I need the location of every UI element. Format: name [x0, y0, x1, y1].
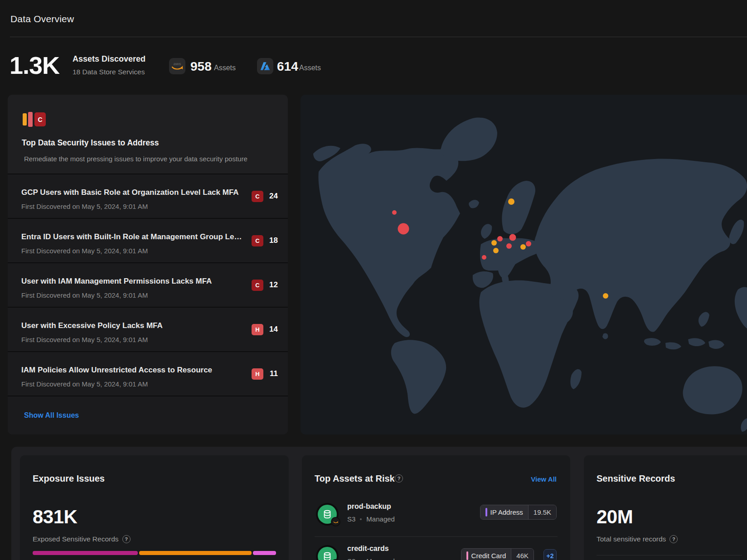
issues-card-footer: Show All Issues	[8, 396, 288, 434]
sensitive-data-tag[interactable]: Credit Card 46K	[461, 548, 534, 560]
exposure-issues-value: 831K	[33, 506, 77, 528]
issues-card-title: Top Data Security Issues to Address	[22, 138, 159, 148]
issue-count: 24	[267, 192, 278, 201]
map-asset-dot[interactable]	[491, 240, 497, 246]
exposure-issues-label: Exposed Sensitive Records	[33, 535, 119, 543]
records-divider	[597, 555, 742, 555]
exposure-breakdown-bar	[33, 551, 276, 555]
issue-title: User with Excessive Policy Lacks MFA	[21, 321, 163, 330]
asset-service: S3	[347, 515, 355, 523]
show-all-issues-link[interactable]: Show All Issues	[24, 411, 79, 420]
top-issues-card: C Top Data Security Issues to Address Re…	[8, 95, 288, 434]
more-tags-chip[interactable]: +2	[543, 549, 557, 560]
world-map-card	[301, 95, 747, 434]
map-asset-dot[interactable]	[493, 248, 499, 253]
svg-text:aws: aws	[173, 62, 181, 66]
aws-assets-count: 958	[190, 59, 212, 74]
azure-assets-count: 614	[277, 59, 298, 74]
asset-row[interactable]: prod-backup S3 Managed IP Address 19.5K	[302, 500, 570, 536]
tag-accent-bar	[466, 551, 468, 560]
sensitive-records-card: Sensitive Records 20M Total sensitive re…	[584, 455, 747, 560]
sensitive-data-tag[interactable]: IP Address 19.5K	[480, 505, 557, 520]
view-all-link[interactable]: View All	[531, 475, 557, 483]
assets-discovered-count: 1.3K	[10, 51, 59, 79]
asset-name: prod-backup	[347, 502, 391, 511]
sensitive-records-label: Total sensitive records	[597, 535, 666, 543]
issue-row[interactable]: User with Excessive Policy Lacks MFA Fir…	[8, 307, 288, 351]
issues-card-subtitle: Remediate the most pressing issues to im…	[24, 155, 247, 163]
sensitive-records-title: Sensitive Records	[597, 473, 675, 484]
severity-badge: C	[252, 191, 263, 202]
map-asset-dot[interactable]	[392, 210, 397, 215]
separator-dot	[360, 518, 362, 520]
top-assets-card: Top Assets at Risk ? View All prod-backu…	[302, 455, 570, 560]
database-icon	[322, 509, 332, 520]
issue-count: 18	[267, 236, 278, 245]
issue-count: 12	[267, 280, 278, 290]
issue-discovered-date: First Discovered on May 5, 2024, 9:01 AM	[21, 380, 148, 388]
assets-discovered-label: Assets Discovered	[73, 54, 146, 64]
exposure-bar-segment	[33, 551, 138, 555]
data-store-services-label: 18 Data Store Services	[73, 68, 145, 76]
database-icon	[322, 551, 332, 560]
s3-bucket-icon	[316, 545, 339, 560]
tag-accent-bar	[485, 508, 487, 517]
s3-bucket-icon	[316, 503, 339, 526]
asset-status: Managed	[366, 557, 395, 560]
map-asset-dot[interactable]	[603, 293, 608, 299]
map-landmass	[313, 118, 747, 432]
help-icon[interactable]: ?	[395, 474, 403, 483]
issue-title: Entra ID Users with Built-In Role at Man…	[21, 232, 242, 241]
issue-count: 11	[267, 369, 278, 378]
top-issues-card-header: C Top Data Security Issues to Address Re…	[8, 95, 288, 174]
azure-icon	[257, 58, 273, 74]
critical-severity-icon: C	[34, 112, 46, 126]
page-title: Data Overview	[10, 14, 74, 24]
map-asset-dot[interactable]	[497, 236, 503, 241]
tag-value: 46K	[511, 549, 534, 560]
row-divider	[315, 536, 558, 537]
tag-label: IP Address	[490, 508, 523, 516]
exposure-issues-card: Exposure Issues 831K Exposed Sensitive R…	[20, 455, 289, 560]
asset-status: Managed	[366, 515, 395, 523]
exposure-bar-segment	[253, 551, 276, 555]
asset-row[interactable]: credit-cards S3 Managed Credit Card 46K …	[302, 542, 570, 560]
tag-value: 19.5K	[528, 505, 556, 519]
aws-icon: aws	[169, 58, 185, 74]
issue-discovered-date: First Discovered on May 5, 2024, 9:01 AM	[21, 247, 148, 255]
aws-mini-badge-icon	[331, 517, 340, 526]
issue-title: IAM Policies Allow Unrestricted Access t…	[21, 366, 212, 375]
top-assets-title: Top Assets at Risk	[315, 473, 395, 484]
issue-discovered-date: First Discovered on May 5, 2024, 9:01 AM	[21, 291, 148, 299]
asset-name: credit-cards	[347, 545, 389, 553]
map-asset-dot[interactable]	[509, 234, 516, 241]
map-asset-dot[interactable]	[398, 223, 409, 235]
map-asset-dot[interactable]	[526, 241, 531, 246]
issue-row[interactable]: IAM Policies Allow Unrestricted Access t…	[8, 351, 288, 396]
header-divider	[10, 37, 747, 37]
issue-count: 14	[267, 325, 278, 334]
map-asset-dot[interactable]	[508, 198, 514, 205]
azure-assets-unit: Assets	[299, 64, 321, 72]
world-map	[301, 95, 747, 434]
severity-stack-icon: C	[23, 112, 46, 127]
exposure-bar-segment	[139, 551, 252, 555]
tag-label: Credit Card	[471, 552, 506, 560]
issue-row[interactable]: Entra ID Users with Built-In Role at Man…	[8, 218, 288, 262]
help-icon[interactable]: ?	[122, 535, 131, 543]
map-asset-dot[interactable]	[520, 244, 526, 250]
issue-title: GCP Users with Basic Role at Organizatio…	[21, 188, 239, 197]
map-asset-dot[interactable]	[506, 243, 512, 249]
issue-discovered-date: First Discovered on May 5, 2024, 9:01 AM	[21, 336, 148, 343]
severity-badge: H	[252, 368, 263, 380]
help-icon[interactable]: ?	[669, 535, 678, 543]
issue-discovered-date: First Discovered on May 5, 2024, 9:01 AM	[21, 203, 148, 210]
issue-title: User with IAM Management Permissions Lac…	[21, 277, 212, 286]
severity-badge: H	[252, 324, 263, 335]
aws-assets-unit: Assets	[214, 64, 236, 72]
map-asset-dot[interactable]	[482, 255, 486, 260]
exposure-issues-title: Exposure Issues	[33, 473, 105, 484]
issue-row[interactable]: GCP Users with Basic Role at Organizatio…	[8, 174, 288, 218]
issue-row[interactable]: User with IAM Management Permissions Lac…	[8, 262, 288, 307]
sensitive-records-value: 20M	[597, 506, 633, 528]
